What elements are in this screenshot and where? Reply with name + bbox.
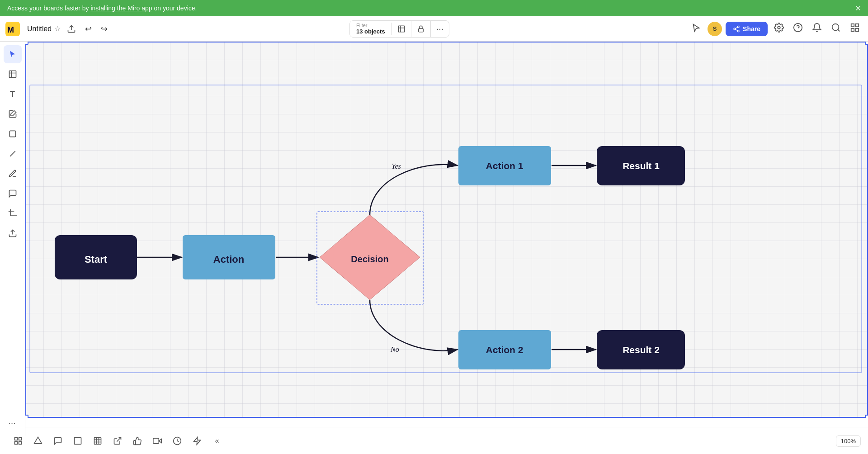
miro-logo-icon: M (5, 22, 20, 36)
user-avatar[interactable]: S (708, 22, 722, 36)
share-icon (733, 25, 740, 33)
tool-comment[interactable] (4, 184, 22, 203)
canvas[interactable]: Yes No Start Action Decision Action 1 Re… (25, 42, 868, 418)
bottom-tool-react[interactable] (128, 432, 146, 450)
comment-bottom-icon (53, 436, 62, 445)
search-icon (831, 23, 841, 33)
frame-icon (397, 25, 406, 33)
logo: M (5, 22, 20, 36)
filter-button-more[interactable]: ··· (431, 21, 449, 37)
tool-crop[interactable] (4, 204, 22, 222)
settings-button[interactable] (771, 20, 787, 38)
share-button[interactable]: Share (726, 22, 768, 36)
svg-text:Decision: Decision (351, 254, 388, 264)
comment-icon (8, 189, 17, 198)
zoom-level: 100% (841, 438, 856, 445)
svg-rect-2 (398, 26, 405, 32)
svg-rect-47 (94, 437, 101, 444)
notification-close-button[interactable]: × (855, 4, 861, 13)
tool-upload[interactable] (4, 224, 22, 242)
sticky-icon (8, 109, 17, 118)
bottom-tool-lightning[interactable] (188, 432, 206, 450)
filter-bar: Filter 13 objects ··· (349, 20, 449, 38)
svg-rect-3 (418, 28, 423, 32)
select-cursor-icon (8, 50, 17, 59)
svg-point-9 (778, 26, 780, 29)
shape-bottom-icon (33, 436, 42, 445)
svg-marker-48 (159, 439, 161, 442)
svg-rect-20 (30, 85, 862, 373)
header-center: Filter 13 objects ··· (114, 20, 685, 38)
undo-button[interactable]: ↩ (82, 21, 94, 37)
bottom-tool-video[interactable] (148, 432, 166, 450)
svg-text:Start: Start (85, 254, 108, 265)
apps-button[interactable] (847, 20, 863, 38)
document-title[interactable]: Untitled (27, 25, 52, 33)
video-icon (153, 436, 162, 445)
tool-select[interactable] (4, 45, 22, 63)
line-icon (8, 149, 17, 158)
frames-icon (8, 70, 17, 79)
bottom-tool-frame[interactable] (69, 432, 87, 450)
shape-icon (8, 129, 17, 138)
upload-button[interactable] (64, 22, 79, 36)
bottom-tool-shape[interactable] (29, 432, 47, 450)
bottom-tool-embed[interactable] (108, 432, 127, 450)
lightning-icon (193, 436, 202, 445)
frame-bottom-icon (73, 436, 82, 445)
notifications-button[interactable] (809, 20, 825, 38)
svg-rect-42 (15, 437, 18, 440)
tool-sticky[interactable] (4, 105, 22, 123)
svg-point-11 (832, 24, 839, 31)
svg-marker-51 (194, 437, 201, 445)
bell-icon (812, 23, 822, 33)
crop-icon (8, 209, 17, 218)
cursor-icon (691, 23, 701, 33)
bottom-tool-timer[interactable] (168, 432, 186, 450)
timer-icon (173, 436, 182, 445)
bottom-tool-table[interactable] (89, 432, 107, 450)
sidebar-more-button[interactable]: ··· (4, 414, 22, 432)
svg-point-4 (737, 26, 739, 28)
svg-text:Action 2: Action 2 (486, 345, 524, 355)
table-icon (93, 436, 102, 445)
help-button[interactable] (790, 20, 806, 38)
star-icon[interactable]: ☆ (54, 24, 61, 33)
filter-count: 13 objects (356, 28, 385, 35)
tool-shape[interactable] (4, 125, 22, 143)
redo-button[interactable]: ↪ (98, 21, 110, 37)
tool-line[interactable] (4, 145, 22, 163)
svg-rect-13 (851, 24, 854, 27)
filter-button-frame[interactable] (392, 21, 411, 37)
share-label: Share (743, 25, 760, 33)
tool-frames[interactable] (4, 65, 22, 83)
zoom-indicator[interactable]: 100% (836, 435, 861, 447)
svg-point-6 (737, 30, 739, 32)
tool-text[interactable]: T (4, 85, 22, 103)
bottom-tool-comment[interactable] (49, 432, 67, 450)
cursor-select-button[interactable] (689, 20, 704, 37)
grid-icon (14, 436, 23, 445)
svg-line-12 (838, 29, 840, 31)
title-area: Untitled ☆ (27, 24, 61, 33)
svg-rect-46 (75, 437, 81, 444)
svg-text:No: No (390, 345, 399, 353)
notification-text: Access your boards faster by installing … (7, 5, 197, 12)
svg-rect-18 (9, 131, 15, 137)
bottom-tool-collapse[interactable]: « (208, 432, 226, 450)
flowchart-diagram: Yes No Start Action Decision Action 1 Re… (25, 42, 868, 418)
notification-link[interactable]: installing the Miro app (90, 5, 152, 12)
embed-icon (113, 436, 122, 445)
bottom-toolbar: « 100% (0, 427, 868, 454)
svg-text:Action 1: Action 1 (486, 161, 524, 171)
search-button[interactable] (828, 20, 844, 38)
filter-button-lock[interactable] (411, 21, 431, 37)
text-tool-icon: T (10, 90, 15, 99)
notification-bar: Access your boards faster by installing … (0, 0, 868, 16)
svg-line-8 (736, 27, 738, 28)
pen-icon (8, 169, 17, 178)
filter-label: Filter (356, 23, 385, 28)
svg-rect-44 (15, 441, 18, 444)
header: M Untitled ☆ ↩ ↪ Filter 13 objects (0, 16, 868, 42)
tool-pen[interactable] (4, 165, 22, 183)
